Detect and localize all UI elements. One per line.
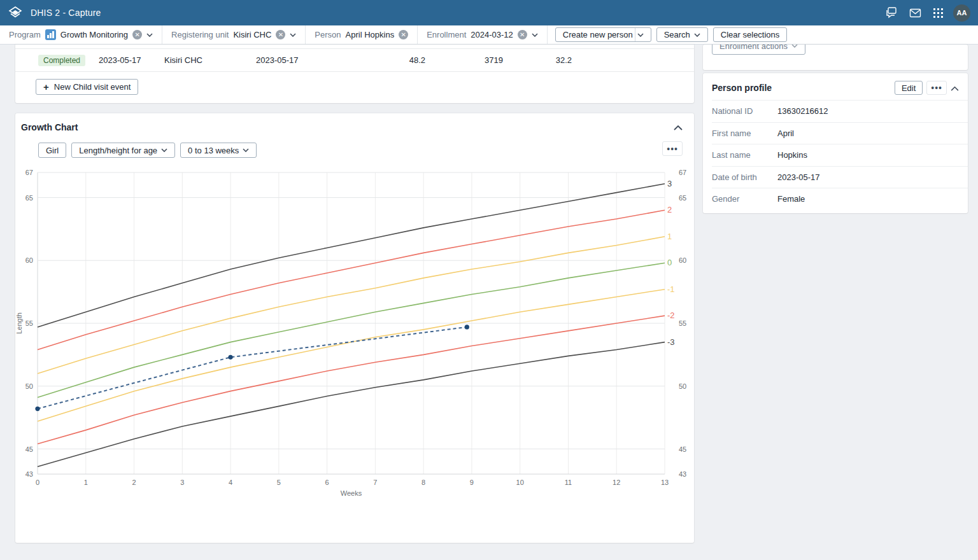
patient-measurement-line — [38, 327, 467, 409]
person-profile-title: Person profile — [712, 83, 895, 93]
profile-field-row: GenderFemale — [712, 188, 968, 210]
profile-fields-list: National ID13630216612First nameAprilLas… — [703, 100, 968, 210]
profile-field-value: 2023-05-17 — [777, 172, 820, 182]
messages-icon[interactable] — [904, 0, 926, 25]
zscore-label-1: 1 — [667, 232, 672, 241]
patient-data-point — [228, 355, 232, 360]
registering-unit-selector[interactable]: Registering unit Kisiri CHC ✕ — [162, 25, 306, 44]
zscore-label--2: -2 — [667, 311, 675, 320]
x-tick-label: 0 — [36, 479, 39, 486]
app-title: DHIS 2 - Capture — [31, 8, 101, 18]
chevron-down-icon[interactable] — [146, 33, 153, 37]
enrollment-actions-button[interactable]: Enrollment actions — [712, 45, 805, 55]
x-tick-label: 11 — [565, 479, 572, 486]
create-new-person-button[interactable]: Create new person — [555, 27, 651, 42]
table-header-sliver — [15, 45, 694, 49]
search-button[interactable]: Search — [656, 27, 708, 42]
x-tick-label: 7 — [373, 479, 377, 486]
zscore-label--1: -1 — [667, 284, 675, 294]
y-tick-label-right: 45 — [679, 445, 686, 453]
zscore-line-3 — [38, 184, 665, 327]
clear-enrollment-icon[interactable]: ✕ — [518, 30, 527, 39]
x-tick-label: 2 — [132, 479, 136, 486]
apps-menu-icon[interactable] — [926, 0, 949, 25]
profile-field-label: First name — [712, 129, 777, 138]
y-tick-label-left: 50 — [25, 382, 33, 390]
chevron-down-icon[interactable] — [290, 33, 296, 37]
enrollment-label: Enrollment — [427, 30, 466, 39]
profile-field-label: National ID — [712, 106, 777, 116]
x-tick-label: 4 — [229, 479, 232, 486]
growth-chart-plot: 012345678910111213Weeks67676565606055555… — [15, 151, 694, 508]
growth-chart-card: Growth Chart Girl Length/height for age … — [15, 113, 694, 543]
event-length-value: 48.2 — [334, 55, 425, 65]
person-label: Person — [315, 30, 341, 39]
profile-field-label: Last name — [712, 150, 777, 160]
zscore-label-3: 3 — [667, 179, 672, 188]
profile-field-value: April — [777, 129, 794, 138]
search-label: Search — [664, 30, 690, 39]
event-table-row[interactable]: Completed 2023-05-17 Kisiri CHC 2023-05-… — [15, 49, 694, 72]
x-tick-label: 1 — [84, 479, 88, 486]
dhis2-logo-icon[interactable] — [0, 5, 31, 20]
zscore-line-1 — [38, 237, 665, 374]
event-weight-value: 3719 — [425, 55, 503, 65]
chevron-down-icon — [791, 45, 798, 48]
registering-unit-label: Registering unit — [171, 30, 229, 39]
profile-field-label: Gender — [712, 194, 777, 204]
clear-registering-unit-icon[interactable]: ✕ — [276, 30, 285, 39]
y-tick-label-left: 43 — [25, 470, 33, 478]
zscore-label-0: 0 — [667, 258, 672, 267]
app-bar: DHIS 2 - Capture AA — [0, 0, 978, 25]
profile-field-row: First nameApril — [712, 122, 968, 144]
person-selector[interactable]: Person April Hopkins ✕ — [306, 25, 418, 44]
program-selector[interactable]: Program Growth Monitoring ✕ — [0, 25, 162, 44]
clear-program-icon[interactable]: ✕ — [132, 30, 142, 39]
event-org-unit: Kisiri CHC — [164, 55, 256, 65]
program-icon — [45, 29, 56, 40]
collapse-chart-icon[interactable] — [674, 123, 683, 132]
event-head-circumference-value: 32.2 — [503, 55, 572, 65]
edit-profile-button[interactable]: Edit — [895, 81, 923, 95]
x-tick-label: 3 — [180, 479, 184, 486]
profile-field-value: 13630216612 — [777, 106, 828, 116]
registering-unit-value: Kisiri CHC — [233, 30, 271, 39]
program-value: Growth Monitoring — [60, 30, 128, 39]
chevron-down-icon — [694, 33, 700, 37]
chevron-down-icon[interactable] — [637, 33, 644, 37]
clear-selections-button[interactable]: Clear selections — [713, 27, 788, 42]
y-tick-label-right: 43 — [679, 470, 686, 478]
profile-field-row: Last nameHopkins — [712, 144, 968, 166]
enrollment-actions-label: Enrollment actions — [719, 45, 788, 51]
new-child-visit-event-button[interactable]: + New Child visit event — [36, 79, 138, 95]
interpretations-icon[interactable] — [881, 0, 904, 25]
enrollment-value: 2024-03-12 — [471, 30, 513, 39]
x-tick-label: 9 — [470, 479, 474, 486]
new-event-label: New Child visit event — [54, 82, 131, 92]
y-tick-label-left: 65 — [25, 194, 33, 202]
zscore-label-2: 2 — [667, 205, 672, 214]
growth-chart-title: Growth Chart — [21, 122, 78, 132]
enrollment-actions-card: Enrollment actions — [703, 45, 968, 70]
event-report-date: 2023-05-17 — [99, 55, 164, 65]
clear-person-icon[interactable]: ✕ — [399, 30, 408, 39]
button-divider — [635, 28, 635, 41]
y-tick-label-left: 60 — [25, 256, 33, 264]
y-tick-label-right: 65 — [679, 194, 686, 202]
zscore-line--2 — [38, 316, 665, 444]
edit-label: Edit — [902, 83, 916, 93]
user-avatar[interactable]: AA — [953, 4, 970, 22]
patient-data-point — [35, 407, 39, 411]
create-new-person-label: Create new person — [563, 30, 633, 39]
x-tick-label: 5 — [277, 479, 281, 486]
x-tick-label: 13 — [661, 479, 669, 486]
profile-more-options-icon[interactable]: ••• — [926, 81, 947, 95]
enrollment-selector[interactable]: Enrollment 2024-03-12 ✕ — [418, 25, 548, 44]
status-badge: Completed — [38, 55, 85, 66]
y-tick-label-right: 55 — [679, 319, 686, 327]
profile-field-value: Female — [777, 194, 805, 204]
chevron-down-icon[interactable] — [532, 33, 538, 37]
collapse-profile-icon[interactable] — [951, 83, 959, 93]
x-tick-label: 8 — [422, 479, 425, 486]
x-tick-label: 12 — [613, 479, 620, 486]
